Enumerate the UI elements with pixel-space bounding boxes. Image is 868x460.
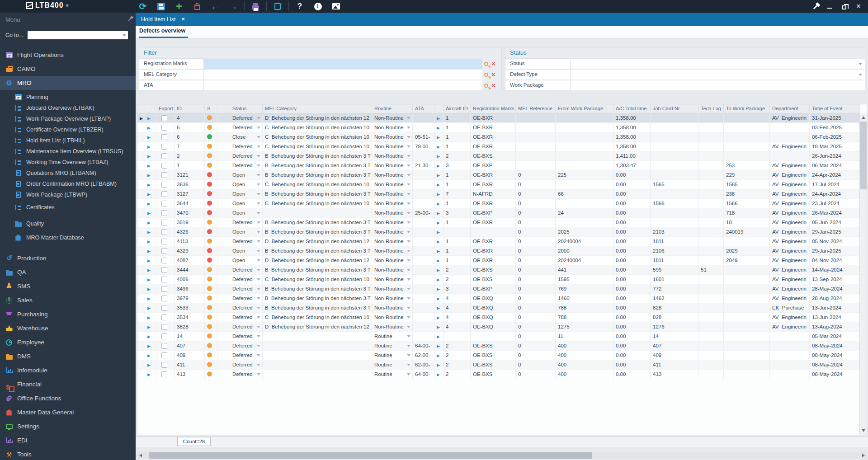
sidebar-item-infomodule[interactable]: Infomodule [0,363,136,377]
cell-status[interactable]: Open [230,256,263,265]
expand-row-icon[interactable]: ▶ [437,334,440,339]
sidebar-item-mro[interactable]: ⚙MRO [0,76,136,90]
expand-row-icon[interactable]: ▶ [147,334,151,339]
export-checkbox[interactable] [161,239,167,244]
cell-status[interactable]: Deferred [230,294,263,303]
expand-row-icon[interactable]: ▶ [147,306,151,310]
expand-row-icon[interactable]: ▶ [437,154,440,159]
table-row[interactable]: ▶3979DeferredB Behebung der Störung in d… [137,294,860,303]
expand-row-icon[interactable]: ▶ [437,249,440,253]
expand-row-icon[interactable]: ▶ [437,363,440,367]
table-row[interactable]: ▶409DeferredRoutine62-00-▶2OE-BXS04000.0… [137,351,860,360]
chevron-down-icon[interactable] [407,164,410,167]
cell-routine[interactable]: Routine [372,341,413,351]
expand-row-icon[interactable]: ▶ [437,145,440,149]
scroll-right-icon[interactable] [862,454,865,457]
help-button[interactable]: ? [291,0,309,12]
table-row[interactable]: ▶6CloseC Behebung der Störung in den näc… [137,132,860,142]
sidebar-item-planning[interactable]: Planning [0,92,136,103]
cell-routine[interactable]: Routine [372,370,413,379]
cell-routine[interactable]: Non-Routine [372,161,413,170]
export-checkbox[interactable] [161,220,167,225]
search-icon[interactable] [484,84,488,88]
export-checkbox[interactable] [161,210,167,216]
export-checkbox[interactable] [161,352,167,358]
column-header-export[interactable]: Export [156,104,175,113]
sidebar-item-employee[interactable]: Employee [0,335,136,349]
chevron-down-icon[interactable] [257,221,260,224]
status-input-status[interactable] [571,58,865,69]
table-row[interactable]: ▶4006DeferredC Behebung der Störung in d… [137,275,860,284]
cell-status[interactable]: Deferred [230,275,263,284]
chevron-down-icon[interactable] [407,250,410,252]
export-checkbox[interactable] [161,115,167,121]
column-header-aircraft-id[interactable]: Aircraft ID [443,104,471,113]
chevron-down-icon[interactable] [257,269,260,271]
clear-icon[interactable]: × [491,61,495,67]
chevron-down-icon[interactable] [257,250,260,252]
cell-status[interactable]: Deferred [230,113,263,123]
export-checkbox[interactable] [161,153,167,159]
table-row[interactable]: ▶3444DeferredB Behebung der Störung in d… [137,265,860,275]
sidebar-item-qa[interactable]: QA [0,265,136,279]
chevron-down-icon[interactable] [407,174,410,176]
sidebar-item-camo[interactable]: CAMO [0,62,136,76]
cell-routine[interactable]: Non-Routine [372,284,413,294]
cell-status[interactable]: Deferred [230,265,263,275]
sidebar-item-work-package-overview-ltbap[interactable]: Work Package Overview (LTBAP) [0,113,136,124]
column-header-department[interactable]: Department [770,104,810,113]
export-checkbox[interactable] [161,163,167,169]
column-header-ata[interactable]: ATA [413,104,434,113]
expand-row-icon[interactable]: ▶ [147,192,151,197]
cell-routine[interactable]: Non-Routine [372,313,413,322]
cell-routine[interactable]: Non-Routine [372,218,413,227]
chevron-down-icon[interactable] [257,364,260,366]
horizontal-scrollbar[interactable] [137,452,867,459]
sidebar-item-sms[interactable]: SMS [0,279,136,293]
table-row[interactable]: ▶4113DeferredD Behebung der Störung in d… [137,237,860,246]
expand-row-icon[interactable]: ▶ [147,116,151,121]
expand-row-icon[interactable]: ▶ [147,249,151,253]
table-row[interactable]: ▶3533DeferredB Behebung der Störung in d… [137,303,860,313]
expand-row-icon[interactable]: ▶ [437,221,440,225]
subtab-defects-overview[interactable]: Defects overview [139,28,188,38]
expand-row-icon[interactable]: ▶ [437,372,440,377]
expand-row-icon[interactable]: ▶ [147,268,151,272]
cell-status[interactable]: Deferred [230,142,263,151]
search-icon[interactable] [484,73,488,77]
sidebar-item-quotations-mro-ltbanm[interactable]: Quotations MRO (LTBANM) [0,168,136,178]
chevron-down-icon[interactable] [257,164,260,167]
expand-row-icon[interactable]: ▶ [147,344,151,348]
chevron-down-icon[interactable] [257,354,260,357]
export-checkbox[interactable] [161,296,167,301]
pin-button[interactable] [810,1,820,11]
column-header-registration-marks[interactable]: Registration Marks [471,104,516,113]
cell-routine[interactable]: Non-Routine [372,322,413,332]
chevron-down-icon[interactable] [407,183,410,186]
expand-row-icon[interactable]: ▶ [147,221,151,225]
table-row[interactable]: ▶2DeferredB Behebung der Störung in den … [137,151,860,161]
export-checkbox[interactable] [161,229,167,235]
expand-row-icon[interactable]: ▶ [437,192,440,197]
chevron-down-icon[interactable] [407,288,410,290]
column-header-from-work-package[interactable]: From Work Package [556,104,613,113]
expand-row-icon[interactable]: ▶ [437,173,440,178]
chevron-down-icon[interactable] [257,183,260,186]
chevron-down-icon[interactable] [859,74,862,76]
cell-routine[interactable]: Non-Routine [372,237,413,246]
cell-routine[interactable]: Non-Routine [372,123,413,132]
expand-row-icon[interactable]: ▶ [437,315,440,320]
chevron-down-icon[interactable] [407,212,410,214]
export-checkbox[interactable] [161,314,167,320]
expand-row-icon[interactable]: ▶ [147,126,151,130]
column-header-a-c-total-time[interactable]: A/C Total time [613,104,651,113]
export-checkbox[interactable] [161,172,167,178]
cell-routine[interactable]: Routine [372,332,413,341]
sidebar-item-order-confirmation-mro-ltbabm[interactable]: Order Confirmation MRO (LTBABM) [0,178,136,189]
delete-button[interactable] [188,0,206,12]
expand-row-icon[interactable]: ▶ [147,211,151,216]
chevron-down-icon[interactable] [257,288,260,290]
table-row[interactable]: ▶4329OpenB Behebung der Störung in den n… [137,246,860,256]
chevron-down-icon[interactable] [407,193,410,195]
table-row[interactable]: ▶3644OpenC Behebung der Störung in den n… [137,199,860,208]
